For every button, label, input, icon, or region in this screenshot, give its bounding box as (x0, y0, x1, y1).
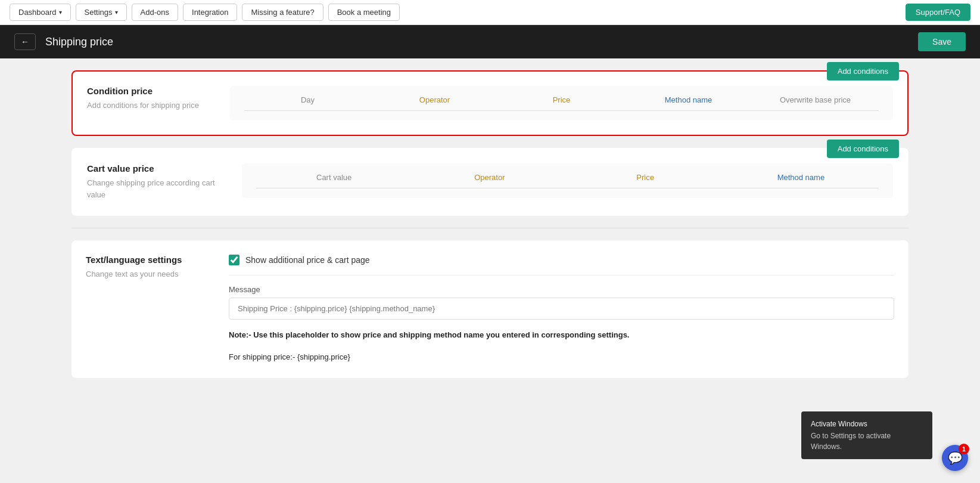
back-icon: ← (21, 37, 29, 47)
add-conditions-btn-2[interactable]: Add conditions (827, 140, 899, 158)
text-language-label: Text/language settings (86, 255, 205, 265)
col-cart-operator: Operator (412, 173, 567, 182)
windows-text: Go to Settings to activate Windows. (811, 431, 923, 452)
col-cart-value: Cart value (256, 173, 412, 182)
dashboard-btn[interactable]: Dashboard ▾ (10, 4, 71, 21)
condition-price-card: Condition price Add conditions for shipp… (71, 70, 909, 136)
col-method-name: Method name (625, 95, 752, 104)
save-button[interactable]: Save (918, 32, 966, 51)
settings-chevron-icon: ▾ (115, 9, 118, 16)
condition-price-table: Day Operator Price Method name Overwrite… (230, 86, 893, 120)
header-bar: ← Shipping price Save (0, 25, 980, 58)
addons-label: Add-ons (141, 8, 169, 17)
cart-value-price-table: Cart value Operator Price Method name (242, 163, 893, 198)
settings-label: Settings (85, 8, 113, 17)
book-meeting-btn[interactable]: Book a meeting (328, 4, 400, 21)
text-language-section: Text/language settings Change text as yo… (71, 240, 909, 378)
cart-value-price-left: Cart value price Change shipping price a… (87, 163, 218, 200)
integration-btn[interactable]: Integration (183, 4, 237, 21)
text-language-left: Text/language settings Change text as yo… (86, 255, 205, 280)
condition-price-desc: Add conditions for shipping price (87, 100, 206, 112)
condition-price-table-header: Day Operator Price Method name Overwrite… (244, 95, 879, 111)
col-cart-method-name: Method name (723, 173, 879, 182)
add-conditions-btn-1[interactable]: Add conditions (827, 62, 899, 80)
col-price: Price (498, 95, 625, 104)
show-price-checkbox[interactable] (229, 255, 239, 265)
windows-title: Activate Windows (811, 419, 923, 429)
support-faq-label: Support/FAQ (916, 8, 960, 17)
text-language-right: Show additional price & cart page Messag… (229, 255, 894, 364)
message-form-group: Message (229, 285, 894, 320)
missing-feature-label: Missing a feature? (251, 8, 314, 17)
col-overwrite: Overwrite base price (752, 95, 879, 104)
chat-badge: 1 (959, 444, 969, 454)
cart-value-price-desc: Change shipping price according cart val… (87, 177, 218, 200)
top-nav: Dashboard ▾ Settings ▾ Add-ons Integrati… (0, 0, 980, 25)
condition-price-label: Condition price (87, 86, 206, 96)
cart-value-price-wrapper: Add conditions Cart value price Change s… (71, 148, 909, 216)
addons-btn[interactable]: Add-ons (132, 4, 178, 21)
page-title: Shipping price (45, 36, 909, 48)
note-text: Note:- Use this placeholder to show pric… (229, 329, 894, 342)
condition-price-wrapper: Add conditions Condition price Add condi… (71, 70, 909, 136)
for-shipping-price-text: For shipping price:- {shipping.price} (229, 351, 894, 364)
message-label: Message (229, 285, 894, 294)
settings-btn[interactable]: Settings ▾ (76, 4, 127, 21)
cart-value-table-header: Cart value Operator Price Method name (256, 173, 879, 188)
cart-value-price-label: Cart value price (87, 163, 218, 174)
book-meeting-label: Book a meeting (337, 8, 391, 17)
col-day: Day (244, 95, 371, 104)
section-divider (71, 228, 909, 228)
condition-price-left: Condition price Add conditions for shipp… (87, 86, 206, 112)
chat-bubble[interactable]: 💬 1 (942, 445, 968, 471)
dashboard-label: Dashboard (18, 8, 57, 17)
text-language-desc: Change text as your needs (86, 268, 205, 280)
back-button[interactable]: ← (14, 33, 36, 50)
dashboard-chevron-icon: ▾ (59, 9, 62, 16)
note-bold: Note:- Use this placeholder to show pric… (229, 330, 629, 339)
show-price-row: Show additional price & cart page (229, 255, 894, 275)
col-operator: Operator (371, 95, 498, 104)
message-input[interactable] (229, 298, 894, 320)
support-faq-btn[interactable]: Support/FAQ (906, 4, 970, 21)
integration-label: Integration (192, 8, 228, 17)
windows-overlay: Activate Windows Go to Settings to activ… (801, 411, 932, 459)
cart-value-price-card: Cart value price Change shipping price a… (71, 148, 909, 216)
missing-feature-btn[interactable]: Missing a feature? (242, 4, 323, 21)
col-cart-price: Price (568, 173, 723, 182)
show-price-label: Show additional price & cart page (245, 255, 370, 265)
